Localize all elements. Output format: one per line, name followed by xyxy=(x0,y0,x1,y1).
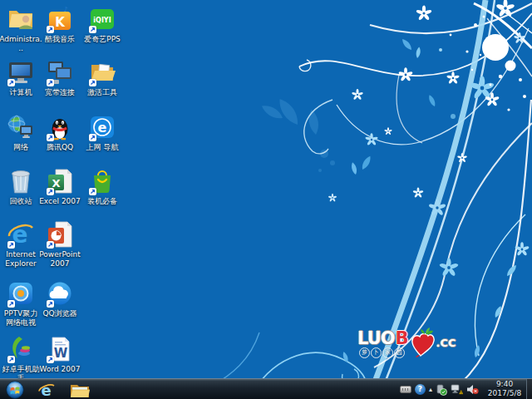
icon-label: 装机必备 xyxy=(81,197,124,206)
taskbar: e ? ▴ xyxy=(0,378,532,399)
shortcut-arrow-icon xyxy=(7,241,15,249)
user-folder-icon xyxy=(7,5,35,33)
start-button[interactable] xyxy=(5,380,25,399)
iqiyi-icon: iQIYI xyxy=(88,5,116,33)
desktop: Administra... K ♪ 酷我音乐 iQIYI 爱奇艺PPS xyxy=(0,0,532,399)
safety-status-icon[interactable] xyxy=(436,384,447,396)
desktop-icon-iqiyi-pps[interactable]: iQIYI 爱奇艺PPS xyxy=(81,5,124,44)
icon-label: QQ浏览器 xyxy=(38,309,81,318)
svg-text:e: e xyxy=(98,120,107,135)
desktop-icon-web-navigation[interactable]: e 上网 导航 xyxy=(81,113,124,152)
desktop-icon-pptv[interactable]: PPTV聚力 网络电视 xyxy=(0,279,42,327)
svg-text:iQIYI: iQIYI xyxy=(93,17,111,24)
shortcut-arrow-icon xyxy=(89,26,96,33)
icon-label: 激活工具 xyxy=(81,88,124,97)
desktop-icon-qq-browser[interactable]: QQ浏览器 xyxy=(38,279,81,318)
icon-label: 宽带连接 xyxy=(38,88,81,97)
icon-label: PowerPoint 2007 xyxy=(38,250,81,268)
system-tray: ? ▴ xyxy=(400,379,479,399)
powerpoint-icon xyxy=(46,220,74,249)
shortcut-arrow-icon xyxy=(7,356,15,363)
desktop-icon-word-2007[interactable]: W Word 2007 xyxy=(38,335,81,374)
navigation-e-icon: e xyxy=(88,113,116,141)
svg-text:W: W xyxy=(54,346,68,361)
shortcut-arrow-icon xyxy=(47,134,54,141)
shortcut-arrow-icon xyxy=(47,188,54,195)
desktop-icon-haozhuo-assistant[interactable]: 好卓手机助手 xyxy=(0,335,42,382)
desktop-icon-activation-tools[interactable]: 激活工具 xyxy=(81,58,124,97)
icon-label: Excel 2007 xyxy=(38,197,81,206)
taskbar-clock[interactable]: 9:40 2017/5/8 xyxy=(484,380,525,398)
help-icon[interactable]: ? xyxy=(415,384,426,395)
clock-date: 2017/5/8 xyxy=(484,389,525,398)
broadband-connection-icon xyxy=(46,58,74,86)
desktop-icon-administrator[interactable]: Administra... xyxy=(0,5,42,52)
haozhuo-assistant-icon xyxy=(7,335,35,363)
internet-explorer-icon: e xyxy=(7,220,35,249)
svg-text:e: e xyxy=(41,381,51,398)
shortcut-arrow-icon xyxy=(89,134,96,141)
network-globe-icon xyxy=(7,113,35,141)
input-method-icon[interactable] xyxy=(400,386,411,393)
watermark-cc-text: .CC xyxy=(436,337,456,349)
icon-label: 爱奇艺PPS xyxy=(81,35,124,44)
icon-label: 计算机 xyxy=(0,88,42,97)
shortcut-arrow-icon xyxy=(7,79,15,86)
icon-label: PPTV聚力 网络电视 xyxy=(0,309,42,327)
taskbar-explorer-button[interactable] xyxy=(70,380,90,399)
network-status-warning-icon[interactable] xyxy=(451,384,463,395)
internet-explorer-icon: e xyxy=(37,381,56,399)
kuwo-music-icon: K ♪ xyxy=(46,5,74,33)
shortcut-arrow-icon xyxy=(7,300,15,308)
svg-text:♪: ♪ xyxy=(63,6,67,13)
desktop-icon-computer[interactable]: 计算机 xyxy=(0,58,42,97)
desktop-icon-recycle-bin[interactable]: 回收站 xyxy=(0,167,42,206)
qq-penguin-icon xyxy=(46,113,74,141)
icon-label: 网络 xyxy=(0,143,42,152)
excel-icon: X xyxy=(46,167,74,195)
folder-icon xyxy=(70,382,90,398)
icon-label: 腾讯QQ xyxy=(38,143,81,152)
shortcut-arrow-icon xyxy=(47,300,54,308)
icon-label: 上网 导航 xyxy=(81,143,124,152)
watermark-luo-text: LUO xyxy=(357,329,395,347)
icon-label: Internet Explorer xyxy=(0,250,42,268)
pptv-icon xyxy=(7,279,35,308)
windows-logo-icon xyxy=(6,381,24,399)
desktop-icon-kuwo-music[interactable]: K ♪ 酷我音乐 xyxy=(38,5,81,44)
taskbar-internet-explorer-button[interactable]: e xyxy=(37,380,57,399)
folder-icon xyxy=(88,58,116,86)
computer-monitor-icon xyxy=(7,58,35,86)
watermark-b-text: B xyxy=(396,329,409,347)
icon-label: Word 2007 xyxy=(38,365,81,374)
shortcut-arrow-icon xyxy=(47,79,54,86)
luobo-watermark: LUO B .CC 萝 卜 家 园 xyxy=(357,329,482,364)
svg-text:K: K xyxy=(55,15,66,30)
word-icon: W xyxy=(46,335,74,363)
shortcut-arrow-icon xyxy=(89,188,96,195)
desktop-icon-excel-2007[interactable]: X Excel 2007 xyxy=(38,167,81,206)
desktop-icon-essential-software[interactable]: 装机必备 xyxy=(81,167,124,206)
shopping-bag-icon xyxy=(88,167,116,195)
show-desktop-button[interactable] xyxy=(526,379,532,399)
shortcut-arrow-icon xyxy=(47,26,54,33)
volume-muted-icon[interactable] xyxy=(466,384,479,395)
desktop-icon-tencent-qq[interactable]: 腾讯QQ xyxy=(38,113,81,152)
desktop-icon-powerpoint-2007[interactable]: PowerPoint 2007 xyxy=(38,220,81,268)
shortcut-arrow-icon xyxy=(89,79,96,86)
show-hidden-icons-button[interactable]: ▴ xyxy=(429,387,432,393)
clock-time: 9:40 xyxy=(484,380,525,389)
desktop-icon-internet-explorer[interactable]: e Internet Explorer xyxy=(0,220,42,268)
qq-browser-icon xyxy=(46,279,74,308)
recycle-bin-icon xyxy=(7,167,35,195)
desktop-icon-network[interactable]: 网络 xyxy=(0,113,42,152)
desktop-icon-broadband[interactable]: 宽带连接 xyxy=(38,58,81,97)
shortcut-arrow-icon xyxy=(47,241,54,249)
watermark-chinese-name: 萝 卜 家 园 xyxy=(359,347,405,358)
icon-label: Administra... xyxy=(0,35,42,52)
radish-logo-icon xyxy=(409,328,436,357)
icon-label: 酷我音乐 xyxy=(38,35,81,44)
icon-label: 回收站 xyxy=(0,197,42,206)
shortcut-arrow-icon xyxy=(47,356,54,363)
